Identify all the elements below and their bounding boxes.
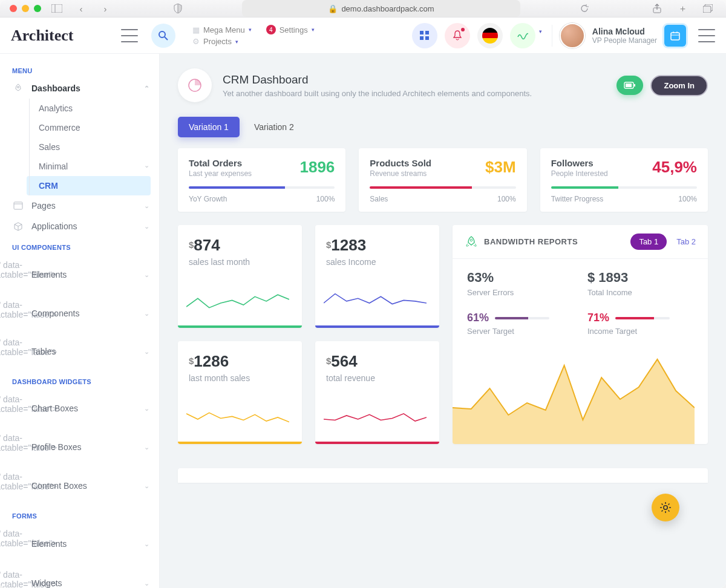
sidebar-label-dashboards: Dashboards — [31, 83, 80, 93]
svg-line-54 — [662, 511, 663, 512]
svg-rect-4 — [703, 6, 711, 13]
gear-icon — [659, 501, 672, 514]
bw-income-target: 71% Income Target — [587, 312, 693, 336]
chevron-down-icon: ⌄ — [144, 405, 149, 413]
new-tab-icon[interactable]: ＋ — [674, 2, 691, 15]
settings-fab[interactable] — [652, 494, 679, 521]
chevron-down-icon: ⌄ — [144, 348, 149, 356]
right-drawer-icon[interactable] — [698, 29, 715, 42]
window-zoom-icon[interactable] — [34, 5, 41, 12]
bw-total-income: $ 1893 Total Income — [587, 270, 693, 297]
zoom-in-button[interactable]: Zoom In — [650, 75, 708, 96]
chevron-down-icon[interactable]: ▾ — [539, 28, 542, 34]
sidebar-item-tables[interactable]: -icon" data-interactable="false">Tables⌄ — [0, 332, 159, 371]
sidebar-item-elements[interactable]: -icon" data-interactable="false">Element… — [0, 255, 159, 295]
svg-line-6 — [165, 37, 168, 40]
svg-rect-8 — [425, 31, 429, 34]
svg-rect-41 — [634, 84, 635, 87]
sparkline — [186, 289, 289, 317]
sb-heading-forms: FORMS — [0, 505, 159, 523]
chevron-down-icon: ⌄ — [144, 202, 149, 210]
chevron-down-icon: ⌄ — [144, 271, 149, 279]
avatar[interactable] — [560, 23, 585, 48]
svg-line-52 — [662, 504, 663, 505]
bw-tab-2[interactable]: Tab 2 — [676, 237, 696, 246]
chevron-down-icon: ⌄ — [144, 540, 149, 548]
svg-line-53 — [669, 511, 670, 512]
activity-button[interactable] — [510, 23, 535, 48]
traffic-lights — [10, 5, 41, 12]
bw-server-errors: 63% Server Errors — [467, 270, 573, 297]
nav-back-icon[interactable]: ‹ — [73, 2, 90, 15]
sidebar-toggle-icon[interactable] — [48, 2, 65, 15]
chevron-down-icon: ⌄ — [144, 482, 149, 490]
sidebar-child-sales[interactable]: Sales — [27, 137, 159, 157]
sidebar-item-chart-boxes[interactable]: -icon" data-interactable="false">Chart B… — [0, 389, 159, 428]
stat-foot-left: Sales — [370, 195, 388, 203]
sidebar-item-widgets[interactable]: -icon" data-interactable="false">Widgets… — [0, 564, 159, 588]
tabs-overview-icon[interactable] — [699, 2, 716, 15]
page-header: CRM Dashboard Yet another dashboard buil… — [160, 54, 726, 117]
bw-tab-1[interactable]: Tab 1 — [630, 234, 667, 250]
page-title: CRM Dashboard — [223, 73, 532, 87]
mini-label: sales last month — [189, 257, 291, 267]
main-content: CRM Dashboard Yet another dashboard buil… — [160, 54, 726, 588]
<svg width=: -icon" data-interactable="false"> — [12, 472, 24, 500]
search-button[interactable] — [151, 24, 175, 48]
<svg width=: -icon" data-interactable="false"> — [12, 529, 24, 559]
sidebar-label-applications: Applications — [31, 221, 77, 231]
svg-rect-16 — [14, 202, 22, 209]
share-icon[interactable] — [649, 2, 666, 15]
sidebar-item-profile-boxes[interactable]: -icon" data-interactable="false">Profile… — [0, 428, 159, 466]
sidebar-child-commerce[interactable]: Commerce — [27, 118, 159, 137]
chevron-down-icon: ⌄ — [144, 310, 149, 318]
stat-card: Products SoldRevenue streams$3MSales100% — [359, 148, 526, 212]
shield-icon[interactable] — [169, 2, 186, 15]
address-bar[interactable]: 🔒 demo.dashboardpack.com — [242, 0, 520, 17]
sidebar-item-elements[interactable]: -icon" data-interactable="false">Element… — [0, 523, 159, 564]
language-button[interactable] — [477, 23, 503, 48]
bw-value: $ 1893 — [587, 270, 693, 286]
sidebar-item-dashboards[interactable]: Dashboards ⌃ — [0, 78, 159, 99]
stat-card: Total OrdersLast year expenses1896YoY Gr… — [178, 148, 345, 212]
settings-link[interactable]: Settings — [280, 25, 308, 34]
projects-link[interactable]: Projects — [203, 37, 232, 46]
tab-variation-1[interactable]: Variation 1 — [178, 117, 240, 137]
chevron-down-icon: ⌄ — [144, 580, 149, 587]
svg-point-5 — [159, 31, 165, 38]
sidebar-item-pages[interactable]: Pages ⌄ — [0, 195, 159, 216]
battery-icon — [624, 82, 636, 89]
grid-apps-button[interactable] — [412, 23, 437, 48]
bw-label: Server Target — [467, 327, 573, 336]
calendar-button[interactable] — [664, 25, 686, 47]
svg-rect-10 — [425, 36, 429, 40]
sidebar-item-applications[interactable]: Applications ⌄ — [0, 216, 159, 237]
mini-card: $564total revenue — [315, 341, 439, 444]
sidebar-collapse-icon[interactable] — [121, 29, 138, 42]
sidebar-child-minimal[interactable]: Minimal⌄ — [27, 157, 159, 176]
browser-icon — [12, 201, 24, 210]
stat-value: 45,9% — [652, 158, 697, 177]
sidebar-item-content-boxes[interactable]: -icon" data-interactable="false">Content… — [0, 466, 159, 505]
window-close-icon[interactable] — [10, 5, 17, 12]
grid-icon: ▦ — [192, 25, 200, 34]
sidebar-child-crm[interactable]: CRM — [27, 176, 151, 195]
notifications-button[interactable] — [445, 23, 470, 48]
svg-rect-40 — [626, 83, 632, 87]
mega-menu-link[interactable]: Mega Menu — [203, 25, 245, 34]
stat-value: 1896 — [299, 158, 335, 177]
battery-button[interactable] — [616, 76, 643, 95]
mini-value: $564 — [326, 352, 428, 371]
tab-variation-2[interactable]: Variation 2 — [243, 117, 305, 137]
sidebar-item-components[interactable]: -icon" data-interactable="false">Compone… — [0, 295, 159, 332]
nav-forward-icon[interactable]: › — [97, 2, 114, 15]
mini-label: sales Income — [326, 257, 428, 267]
mini-card: $1283sales Income — [315, 225, 439, 328]
reload-icon[interactable] — [576, 2, 593, 15]
sidebar-child-analytics[interactable]: Analytics — [27, 99, 159, 118]
stat-subtitle: Revenue streams — [370, 169, 431, 178]
window-minimize-icon[interactable] — [22, 5, 29, 12]
lock-icon: 🔒 — [328, 4, 338, 13]
brand-logo[interactable]: Architect — [11, 27, 114, 45]
stat-card: FollowersPeople Interested45,9%Twitter P… — [540, 148, 708, 212]
